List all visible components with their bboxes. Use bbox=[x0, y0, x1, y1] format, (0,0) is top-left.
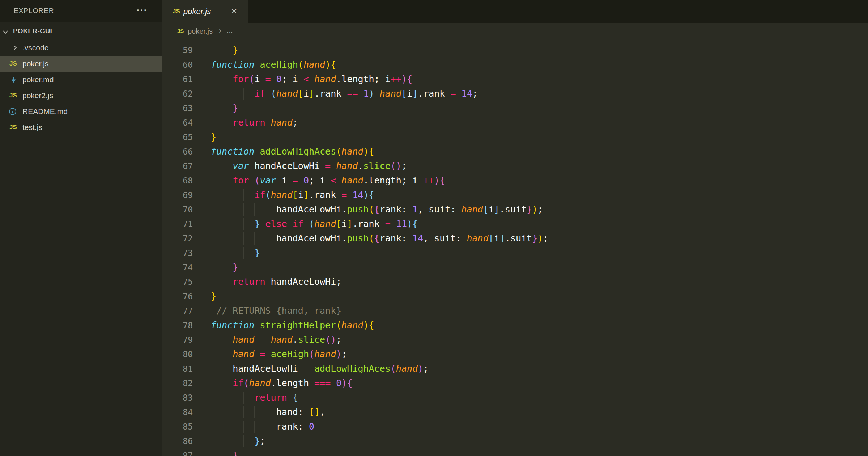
code-line-61[interactable]: 61 for(i = 0; i < hand.length; i++){ bbox=[162, 72, 868, 86]
project-name: POKER-GUI bbox=[13, 22, 52, 40]
line-number: 59 bbox=[162, 43, 193, 58]
markdown-file-icon bbox=[10, 76, 17, 83]
line-number: 84 bbox=[162, 405, 193, 419]
code-text: }; bbox=[211, 434, 265, 448]
code-line-64[interactable]: 64 return hand; bbox=[162, 115, 868, 130]
code-line-75[interactable]: 75 return handAceLowHi; bbox=[162, 275, 868, 289]
js-file-icon: JS bbox=[9, 88, 17, 104]
file-name: README.md bbox=[22, 104, 68, 119]
js-file-icon: JS bbox=[9, 56, 17, 72]
code-text: } bbox=[211, 448, 238, 456]
file-name: .vscode bbox=[22, 40, 48, 56]
code-text: var handAceLowHi = hand.slice(); bbox=[211, 159, 407, 173]
file-name: poker.md bbox=[22, 72, 54, 88]
code-line-86[interactable]: 86 }; bbox=[162, 434, 868, 448]
line-number: 70 bbox=[162, 202, 193, 217]
code-line-82[interactable]: 82 if(hand.length === 0){ bbox=[162, 376, 868, 390]
code-text: function aceHigh(hand){ bbox=[211, 58, 336, 72]
code-line-62[interactable]: 62 if (hand[i].rank == 1) hand[i].rank =… bbox=[162, 86, 868, 101]
breadcrumb-symbol-more[interactable]: ... bbox=[227, 23, 233, 38]
code-line-71[interactable]: 71 } else if (hand[i].rank = 11){ bbox=[162, 217, 868, 231]
file-name: poker2.js bbox=[22, 88, 53, 104]
sidebar-item-test-js[interactable]: JStest.js bbox=[0, 119, 162, 135]
sidebar-item-poker-md[interactable]: poker.md bbox=[0, 72, 162, 88]
explorer-more-actions-icon[interactable]: ··· bbox=[137, 0, 148, 20]
code-line-59[interactable]: 59 } bbox=[162, 43, 868, 58]
code-text: hand = hand.slice(); bbox=[211, 333, 341, 347]
code-text: } bbox=[211, 289, 216, 304]
line-number: 74 bbox=[162, 260, 193, 275]
line-number: 63 bbox=[162, 101, 193, 115]
code-line-85[interactable]: 85 rank: 0 bbox=[162, 419, 868, 434]
js-file-icon: JS bbox=[173, 0, 180, 23]
line-number: 79 bbox=[162, 333, 193, 347]
code-line-77[interactable]: 77 // RETURNS {hand, rank} bbox=[162, 304, 868, 318]
line-number: 77 bbox=[162, 304, 193, 318]
info-file-icon: i bbox=[9, 108, 16, 115]
code-text: for (var i = 0; i < hand.length; i ++){ bbox=[211, 173, 445, 188]
code-text: hand: [], bbox=[211, 405, 325, 419]
breadcrumb-file[interactable]: poker.js bbox=[188, 23, 213, 39]
code-line-67[interactable]: 67 var handAceLowHi = hand.slice(); bbox=[162, 159, 868, 173]
code-text: for(i = 0; i < hand.length; i++){ bbox=[211, 72, 412, 86]
tab-label: poker.js bbox=[183, 0, 211, 23]
code-line-84[interactable]: 84 hand: [], bbox=[162, 405, 868, 419]
line-number: 81 bbox=[162, 362, 193, 376]
project-section-header[interactable]: POKER-GUI bbox=[0, 22, 162, 40]
close-icon[interactable]: × bbox=[231, 0, 237, 22]
code-line-63[interactable]: 63 } bbox=[162, 101, 868, 115]
breadcrumb-separator: › bbox=[219, 23, 221, 38]
code-text: hand = aceHigh(hand); bbox=[211, 347, 347, 362]
code-line-65[interactable]: 65} bbox=[162, 130, 868, 144]
sidebar-item-poker2-js[interactable]: JSpoker2.js bbox=[0, 88, 162, 104]
js-file-icon: JS bbox=[9, 119, 17, 135]
editor-group: JS poker.js × JS poker.js › ... 59 }60fu… bbox=[162, 0, 868, 456]
line-number: 73 bbox=[162, 246, 193, 260]
line-number: 66 bbox=[162, 144, 193, 159]
code-line-73[interactable]: 73 } bbox=[162, 246, 868, 260]
code-line-87[interactable]: 87 } bbox=[162, 448, 868, 456]
code-text: return handAceLowHi; bbox=[211, 275, 341, 289]
code-line-76[interactable]: 76} bbox=[162, 289, 868, 304]
explorer-header: EXPLORER ··· bbox=[0, 0, 162, 22]
code-text: } else if (hand[i].rank = 11){ bbox=[211, 217, 418, 231]
code-line-74[interactable]: 74 } bbox=[162, 260, 868, 275]
code-text: } bbox=[211, 130, 216, 144]
chevron-down-icon bbox=[3, 29, 8, 34]
code-text: // RETURNS {hand, rank} bbox=[211, 304, 341, 318]
code-line-80[interactable]: 80 hand = aceHigh(hand); bbox=[162, 347, 868, 362]
code-line-69[interactable]: 69 if(hand[i].rank = 14){ bbox=[162, 188, 868, 202]
sidebar-item--vscode[interactable]: .vscode bbox=[0, 40, 162, 56]
line-number: 60 bbox=[162, 58, 193, 72]
code-line-79[interactable]: 79 hand = hand.slice(); bbox=[162, 333, 868, 347]
line-number: 62 bbox=[162, 86, 193, 101]
code-line-78[interactable]: 78function straightHelper(hand){ bbox=[162, 318, 868, 333]
code-line-72[interactable]: 72 handAceLowHi.push({rank: 14, suit: ha… bbox=[162, 231, 868, 246]
line-number: 82 bbox=[162, 376, 193, 390]
code-line-70[interactable]: 70 handAceLowHi.push({rank: 1, suit: han… bbox=[162, 202, 868, 217]
code-area[interactable]: 59 }60function aceHigh(hand){61 for(i = … bbox=[162, 43, 868, 456]
line-number: 71 bbox=[162, 217, 193, 231]
code-text: if(hand.length === 0){ bbox=[211, 376, 352, 390]
line-number: 64 bbox=[162, 115, 193, 130]
line-number: 68 bbox=[162, 173, 193, 188]
tab-poker-js[interactable]: JS poker.js × bbox=[162, 0, 248, 23]
code-text: } bbox=[211, 101, 238, 115]
line-number: 85 bbox=[162, 419, 193, 434]
code-line-83[interactable]: 83 return { bbox=[162, 390, 868, 405]
code-text: rank: 0 bbox=[211, 419, 314, 434]
code-line-66[interactable]: 66function addLowHighAces(hand){ bbox=[162, 144, 868, 159]
file-tree: .vscodeJSpoker.jspoker.mdJSpoker2.jsiREA… bbox=[0, 40, 162, 135]
code-text: handAceLowHi = addLowHighAces(hand); bbox=[211, 362, 429, 376]
code-line-68[interactable]: 68 for (var i = 0; i < hand.length; i ++… bbox=[162, 173, 868, 188]
line-number: 87 bbox=[162, 448, 193, 456]
js-file-icon: JS bbox=[177, 23, 184, 39]
line-number: 67 bbox=[162, 159, 193, 173]
line-number: 75 bbox=[162, 275, 193, 289]
sidebar-item-README-md[interactable]: iREADME.md bbox=[0, 104, 162, 119]
code-line-81[interactable]: 81 handAceLowHi = addLowHighAces(hand); bbox=[162, 362, 868, 376]
sidebar-item-poker-js[interactable]: JSpoker.js bbox=[0, 56, 162, 72]
code-line-60[interactable]: 60function aceHigh(hand){ bbox=[162, 58, 868, 72]
code-text: function addLowHighAces(hand){ bbox=[211, 144, 374, 159]
explorer-title: EXPLORER bbox=[14, 0, 54, 22]
